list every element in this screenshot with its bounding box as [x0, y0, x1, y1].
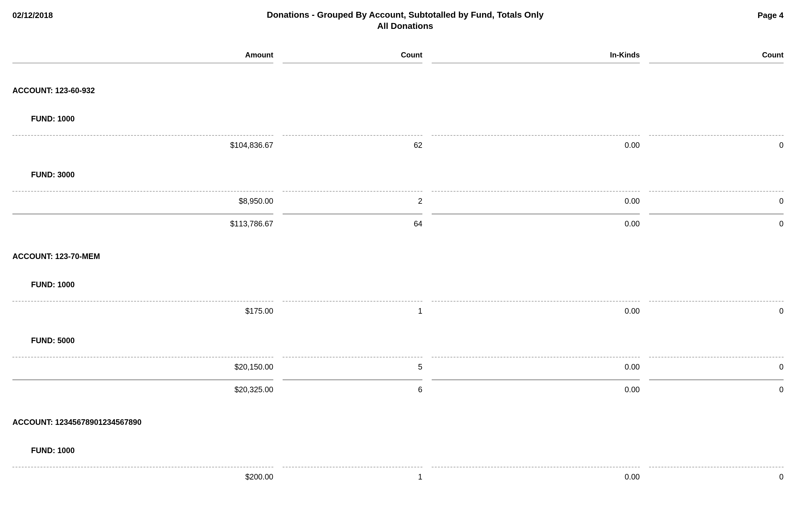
cell-amount: $20,150.00 [13, 357, 273, 373]
cell-count2: 0 [649, 380, 783, 395]
cell-amount: $175.00 [13, 301, 273, 317]
column-headers: Amount Count In-Kinds Count [13, 51, 783, 64]
fund-label: FUND: 1000 [31, 114, 783, 123]
account-label: ACCOUNT: 123-70-MEM [13, 252, 783, 261]
column-header-count2: Count [649, 51, 783, 64]
fund-label: FUND: 5000 [31, 336, 783, 345]
account-id: 123-70-MEM [55, 252, 100, 261]
cell-inkinds: 0.00 [432, 301, 640, 317]
cell-amount: $104,836.67 [13, 135, 273, 151]
account-label: ACCOUNT: 123-60-932 [13, 86, 783, 95]
column-header-count1: Count [283, 51, 422, 64]
report-date: 02/12/2018 [13, 9, 53, 20]
accounts-container: ACCOUNT: 123-60-932FUND: 1000$104,836.67… [13, 86, 783, 482]
cell-amount: $113,786.67 [13, 214, 273, 229]
fund-prefix: FUND: [31, 170, 57, 179]
cell-count1: 1 [283, 467, 422, 482]
cell-inkinds: 0.00 [432, 214, 640, 229]
cell-count1: 6 [283, 380, 422, 395]
report-subtitle: All Donations [53, 20, 757, 32]
cell-count1: 62 [283, 135, 422, 151]
fund-prefix: FUND: [31, 114, 57, 123]
data-row-account-total: $113,786.67640.000 [13, 207, 783, 229]
cell-amount: $20,325.00 [13, 380, 273, 395]
column-header-inkinds: In-Kinds [432, 51, 640, 64]
fund-label: FUND: 1000 [31, 446, 783, 455]
data-row-fund: $200.0010.000 [13, 455, 783, 482]
data-row-fund: $20,150.0050.000 [13, 345, 783, 373]
account-prefix: ACCOUNT: [13, 252, 55, 261]
account-id: 12345678901234567890 [55, 418, 141, 426]
cell-count2: 0 [649, 135, 783, 151]
cell-count2: 0 [649, 357, 783, 373]
report-header: 02/12/2018 Donations - Grouped By Accoun… [13, 9, 783, 32]
report-title: Donations - Grouped By Account, Subtotal… [53, 9, 757, 20]
cell-count1: 1 [283, 301, 422, 317]
cell-inkinds: 0.00 [432, 191, 640, 207]
cell-count2: 0 [649, 191, 783, 207]
fund-id: 1000 [57, 446, 75, 455]
data-row-fund: $175.0010.000 [13, 289, 783, 317]
account-label: ACCOUNT: 12345678901234567890 [13, 418, 783, 427]
report-page: 02/12/2018 Donations - Grouped By Accoun… [0, 0, 796, 495]
fund-prefix: FUND: [31, 446, 57, 455]
cell-count2: 0 [649, 214, 783, 229]
cell-inkinds: 0.00 [432, 467, 640, 482]
data-row-fund: $8,950.0020.000 [13, 179, 783, 207]
account-id: 123-60-932 [55, 86, 95, 95]
fund-prefix: FUND: [31, 336, 57, 345]
cell-amount: $8,950.00 [13, 191, 273, 207]
fund-id: 1000 [57, 280, 75, 289]
fund-id: 5000 [57, 336, 75, 345]
account-prefix: ACCOUNT: [13, 418, 55, 426]
cell-count2: 0 [649, 467, 783, 482]
cell-amount: $200.00 [13, 467, 273, 482]
column-header-amount: Amount [13, 51, 273, 64]
cell-inkinds: 0.00 [432, 357, 640, 373]
data-row-fund: $104,836.67620.000 [13, 123, 783, 151]
cell-count2: 0 [649, 301, 783, 317]
account-prefix: ACCOUNT: [13, 86, 55, 95]
fund-prefix: FUND: [31, 280, 57, 289]
fund-label: FUND: 3000 [31, 170, 783, 179]
fund-label: FUND: 1000 [31, 280, 783, 289]
cell-count1: 2 [283, 191, 422, 207]
cell-inkinds: 0.00 [432, 135, 640, 151]
fund-id: 1000 [57, 114, 75, 123]
report-title-block: Donations - Grouped By Account, Subtotal… [53, 9, 757, 32]
cell-count1: 5 [283, 357, 422, 373]
fund-id: 3000 [57, 170, 75, 179]
page-number: Page 4 [757, 9, 783, 20]
data-row-account-total: $20,325.0060.000 [13, 373, 783, 395]
cell-count1: 64 [283, 214, 422, 229]
cell-inkinds: 0.00 [432, 380, 640, 395]
